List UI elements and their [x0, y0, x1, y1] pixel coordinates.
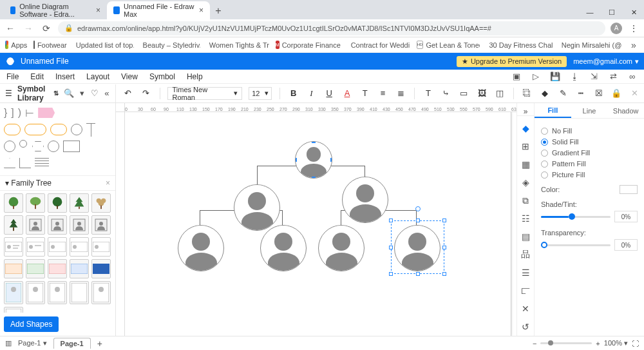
portrait-card-shape[interactable] [91, 281, 111, 304]
person-node[interactable] [260, 225, 307, 271]
tab-line[interactable]: Line [571, 103, 608, 118]
chart-tool-icon[interactable]: ☰ [520, 267, 531, 278]
redo-icon[interactable]: ↷ [140, 88, 152, 99]
symbol-library-button[interactable]: Symbol Library⇅ [17, 84, 59, 102]
lollipop-shape[interactable] [19, 140, 28, 153]
save-icon[interactable]: 💾 [550, 72, 560, 82]
rounded-rect-shape[interactable] [50, 124, 67, 135]
id-card-shape[interactable] [70, 259, 89, 278]
browser-tab-active[interactable]: Unnamed File - Edraw Max × [107, 1, 210, 19]
presentation-icon[interactable]: ▣ [511, 72, 522, 82]
zoom-value[interactable]: 100% ▾ [604, 339, 628, 347]
lock-icon[interactable]: 🔒 [611, 88, 623, 99]
id-card-shape[interactable] [91, 237, 111, 257]
tab-shadow[interactable]: Shadow [607, 103, 644, 118]
person-frame-shape[interactable] [70, 215, 89, 235]
bookmark-item[interactable]: Negin Mirsalehi (@... [559, 41, 622, 49]
dimensions-tool-icon[interactable]: ⧉ [520, 195, 531, 206]
bookmark-item[interactable]: Footwear [33, 41, 66, 49]
shade-slider[interactable] [541, 216, 611, 218]
code-tool-icon[interactable]: ▤ [520, 231, 531, 242]
tree-shape-3[interactable] [48, 193, 67, 213]
fill-option-gradient[interactable]: Gradient Fill [541, 149, 638, 157]
tab-close-icon[interactable]: × [199, 6, 204, 15]
page-tab[interactable]: Page-1 [53, 338, 91, 349]
upgrade-premium-button[interactable]: ★Upgrade to Premium Version [457, 56, 567, 67]
collapse-left-icon[interactable]: « [104, 88, 110, 99]
connector-icon[interactable]: ⤷ [440, 88, 452, 99]
tab-close-icon[interactable]: × [96, 6, 100, 15]
close-button[interactable]: ✕ [623, 5, 644, 19]
transparency-value[interactable]: 0% [614, 239, 638, 251]
browser-tab[interactable]: Online Diagram Software - Edra... × [4, 1, 107, 19]
rotation-handle[interactable] [415, 206, 421, 211]
id-card-shape[interactable] [70, 237, 89, 257]
text-height-icon[interactable]: T [359, 88, 371, 99]
collapse-right-icon[interactable]: » [516, 107, 535, 116]
font-color-icon[interactable]: A [341, 88, 353, 99]
bookmarks-overflow-icon[interactable]: » [629, 39, 639, 52]
minimize-button[interactable]: — [580, 5, 600, 19]
triangle-shape[interactable] [4, 158, 15, 168]
zoom-in-icon[interactable]: 🔍 [64, 88, 74, 99]
table-shape[interactable] [35, 158, 49, 168]
pages-icon[interactable]: ▥ [5, 339, 12, 347]
signpost-shape[interactable] [86, 123, 95, 136]
color-swatch[interactable] [620, 185, 638, 194]
tree-shape-4[interactable] [70, 193, 89, 213]
brace-shape[interactable]: } [4, 107, 7, 119]
menu-insert[interactable]: Insert [55, 72, 75, 81]
bookmark-item[interactable]: Contract for Weddi... [348, 41, 410, 49]
rectangle-icon[interactable]: ▭ [459, 88, 470, 99]
fullscreen-icon[interactable]: ⛶ [632, 340, 639, 347]
tree-shape-1[interactable] [4, 193, 23, 213]
user-menu[interactable]: meem@gmail.com▾ [573, 57, 639, 66]
family-tree-section-header[interactable]: ▾ Family Tree × [0, 175, 115, 191]
person-node[interactable] [342, 177, 388, 223]
bookmark-item[interactable]: 30 Day Fitness Chal... [486, 41, 552, 49]
bookmark-item[interactable]: MCorporate Finance J... [276, 41, 342, 49]
portrait-card-shape[interactable] [48, 281, 67, 304]
zoom-out-button[interactable]: − [533, 340, 536, 347]
tools-icon[interactable]: ✕ [629, 88, 640, 99]
forward-button[interactable]: → [22, 22, 35, 35]
ellipse-shape[interactable] [48, 141, 59, 152]
font-family-select[interactable]: Times New Roman▾ [167, 87, 242, 100]
person-node[interactable] [318, 225, 365, 271]
zoom-slider[interactable] [540, 342, 592, 344]
bookmark-item[interactable]: Apps [5, 41, 27, 49]
underline-icon[interactable]: U [323, 88, 335, 99]
fill-option-nofill[interactable]: No Fill [541, 127, 638, 135]
image-tool-icon[interactable]: ▦ [520, 159, 531, 170]
bookmark-item[interactable]: Updated list of top... [73, 41, 134, 49]
tree-shape-2[interactable] [26, 193, 45, 213]
collaborate-icon[interactable]: ∞ [627, 72, 638, 82]
undo-icon[interactable]: ↶ [122, 88, 134, 99]
menu-help[interactable]: Help [187, 72, 203, 81]
right-angle-shape[interactable] [19, 158, 31, 168]
profile-avatar[interactable]: A [611, 23, 622, 34]
random-tool-icon[interactable]: ✕ [520, 303, 531, 315]
portrait-card-shape[interactable] [70, 281, 89, 304]
image-icon[interactable]: 🖼 [476, 88, 488, 99]
id-card-shape[interactable] [91, 259, 111, 278]
play-icon[interactable]: ▷ [531, 72, 541, 82]
fill-option-solid[interactable]: Solid Fill [541, 138, 638, 146]
bold-icon[interactable]: B [288, 88, 299, 99]
close-icon[interactable]: × [106, 179, 110, 188]
bookmark-item[interactable]: Beauty – Styledriv... [140, 41, 200, 49]
italic-icon[interactable]: I [306, 88, 317, 99]
add-page-button[interactable]: + [97, 338, 102, 349]
fill-option-picture[interactable]: Picture Fill [541, 171, 638, 179]
menu-edit[interactable]: Edit [30, 72, 44, 81]
fill-icon[interactable]: ◆ [540, 88, 551, 99]
hamburger-icon[interactable]: ☰ [5, 89, 12, 98]
person-frame-shape[interactable] [26, 215, 45, 235]
portrait-card-shape[interactable] [4, 307, 23, 313]
fill-tool-icon[interactable]: ◆ [520, 122, 531, 134]
person-frame-shape[interactable] [48, 215, 67, 235]
layout-tool-icon[interactable]: ⊞ [520, 141, 531, 152]
add-shapes-button[interactable]: Add Shapes [4, 316, 59, 332]
layers-tool-icon[interactable]: ◈ [520, 177, 531, 188]
rectangle-shape[interactable] [63, 141, 80, 152]
